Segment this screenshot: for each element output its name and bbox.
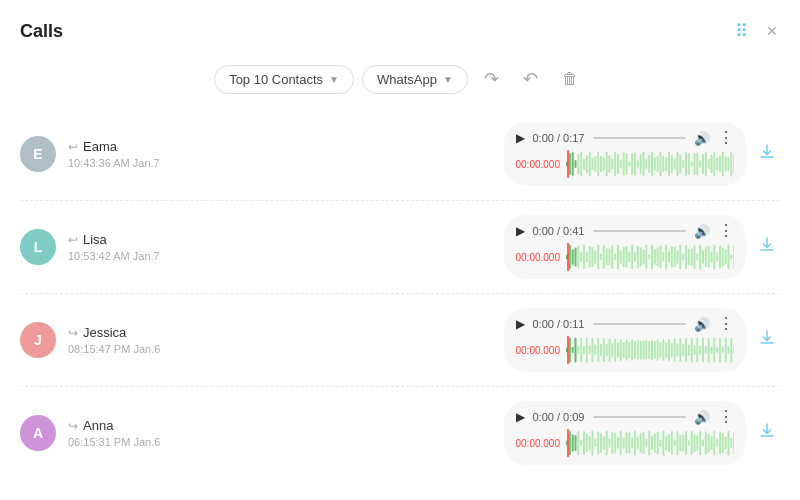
filter-contacts-dropdown[interactable]: Top 10 Contacts ▼ (214, 65, 354, 94)
reply-button[interactable]: ↶ (515, 62, 546, 96)
chevron-down-icon: ▼ (443, 74, 453, 85)
svg-rect-187 (577, 431, 579, 456)
play-button[interactable]: ▶ (516, 411, 525, 423)
svg-rect-76 (609, 248, 611, 265)
download-button[interactable] (754, 418, 780, 449)
call-item: J ↪ Jessica 08:15:47 PM Jan.6 ▶ 0:00 / 0… (20, 294, 780, 387)
download-button[interactable] (754, 232, 780, 263)
svg-rect-32 (657, 156, 659, 172)
svg-rect-81 (623, 247, 625, 267)
audio-time: 0:00 / 0:09 (533, 411, 585, 423)
svg-rect-164 (685, 338, 687, 362)
svg-rect-181 (733, 346, 734, 354)
svg-rect-6 (583, 159, 585, 170)
svg-rect-231 (702, 440, 704, 447)
svg-rect-19 (620, 160, 622, 168)
svg-rect-229 (696, 435, 698, 451)
svg-rect-126 (577, 346, 579, 353)
svg-rect-193 (594, 439, 596, 447)
svg-rect-174 (713, 337, 715, 362)
caller-name: ↪ Anna (68, 418, 492, 433)
call-item: L ↩ Lisa 10:53:42 AM Jan.7 ▶ 0:00 / 0:41… (20, 201, 780, 294)
svg-rect-97 (668, 251, 670, 262)
audio-progress-bar[interactable] (593, 137, 687, 139)
svg-rect-201 (617, 437, 619, 449)
svg-rect-93 (657, 248, 659, 267)
play-button[interactable]: ▶ (516, 225, 525, 237)
svg-rect-203 (623, 438, 625, 449)
svg-rect-21 (626, 153, 628, 175)
svg-rect-207 (634, 430, 636, 455)
svg-rect-124 (572, 347, 574, 353)
svg-rect-102 (682, 253, 684, 260)
waveform-time: 00:00.000 (516, 345, 561, 356)
svg-rect-209 (640, 433, 642, 453)
svg-rect-106 (694, 245, 696, 269)
more-options-icon[interactable]: ⋮ (718, 130, 734, 146)
svg-rect-50 (708, 159, 710, 169)
forward-button[interactable]: ↷ (476, 62, 507, 96)
svg-rect-190 (586, 434, 588, 453)
svg-rect-111 (708, 246, 710, 268)
svg-rect-191 (589, 436, 591, 451)
svg-rect-240 (728, 430, 730, 455)
download-button[interactable] (754, 325, 780, 356)
play-button[interactable]: ▶ (516, 132, 525, 144)
svg-rect-235 (713, 431, 715, 456)
svg-rect-85 (634, 252, 636, 261)
volume-icon[interactable]: 🔊 (694, 410, 710, 425)
svg-rect-142 (623, 342, 625, 358)
download-button[interactable] (754, 139, 780, 170)
svg-rect-9 (592, 157, 594, 170)
svg-rect-138 (611, 343, 613, 357)
svg-rect-98 (671, 246, 673, 268)
audio-progress-bar[interactable] (593, 416, 687, 418)
svg-rect-166 (691, 338, 693, 362)
more-options-icon[interactable]: ⋮ (718, 223, 734, 239)
svg-rect-136 (606, 344, 608, 357)
svg-rect-79 (617, 245, 619, 270)
page-title: Calls (20, 21, 63, 42)
svg-rect-188 (580, 440, 582, 447)
svg-rect-90 (648, 255, 650, 260)
waveform (564, 429, 734, 457)
call-info: ↪ Jessica 08:15:47 PM Jan.6 (68, 325, 492, 355)
caller-name-text: Eama (83, 139, 117, 154)
waveform-row: 00:00.000 (516, 336, 735, 364)
close-button[interactable]: ✕ (764, 21, 780, 41)
volume-icon[interactable]: 🔊 (694, 131, 710, 146)
play-button[interactable]: ▶ (516, 318, 525, 330)
svg-rect-36 (668, 152, 670, 177)
audio-progress-bar[interactable] (593, 323, 687, 325)
svg-rect-28 (645, 159, 647, 170)
svg-rect-155 (660, 342, 662, 359)
dots-button[interactable]: ⠿ (733, 18, 752, 44)
audio-section: ▶ 0:00 / 0:17 🔊 ⋮ 00:00.000 (504, 122, 781, 186)
more-options-icon[interactable]: ⋮ (718, 409, 734, 425)
call-time: 06:15:31 PM Jan.6 (68, 436, 492, 448)
svg-rect-8 (589, 152, 591, 177)
waveform-row: 00:00.000 (516, 243, 735, 271)
call-item: A ↪ Anna 06:15:31 PM Jan.6 ▶ 0:00 / 0:09… (20, 387, 780, 479)
volume-icon[interactable]: 🔊 (694, 224, 710, 239)
svg-rect-160 (674, 339, 676, 362)
volume-icon[interactable]: 🔊 (694, 317, 710, 332)
svg-rect-161 (677, 343, 679, 357)
svg-rect-52 (713, 152, 715, 177)
svg-rect-125 (575, 337, 577, 362)
audio-time: 0:00 / 0:17 (533, 132, 585, 144)
audio-player: ▶ 0:00 / 0:11 🔊 ⋮ 00:00.000 (504, 308, 747, 372)
svg-rect-219 (668, 434, 670, 452)
audio-progress-bar[interactable] (593, 230, 687, 232)
call-direction-icon: ↩ (68, 233, 78, 247)
audio-player: ▶ 0:00 / 0:09 🔊 ⋮ 00:00.000 (504, 401, 747, 465)
filter-app-dropdown[interactable]: WhatsApp ▼ (362, 65, 468, 94)
svg-rect-39 (677, 152, 679, 177)
delete-button[interactable]: 🗑 (554, 64, 586, 94)
svg-rect-99 (674, 247, 676, 267)
more-options-icon[interactable]: ⋮ (718, 316, 734, 332)
svg-rect-152 (651, 340, 653, 361)
svg-rect-184 (569, 431, 571, 455)
audio-controls-row: ▶ 0:00 / 0:41 🔊 ⋮ (516, 223, 735, 239)
svg-rect-45 (694, 153, 696, 175)
